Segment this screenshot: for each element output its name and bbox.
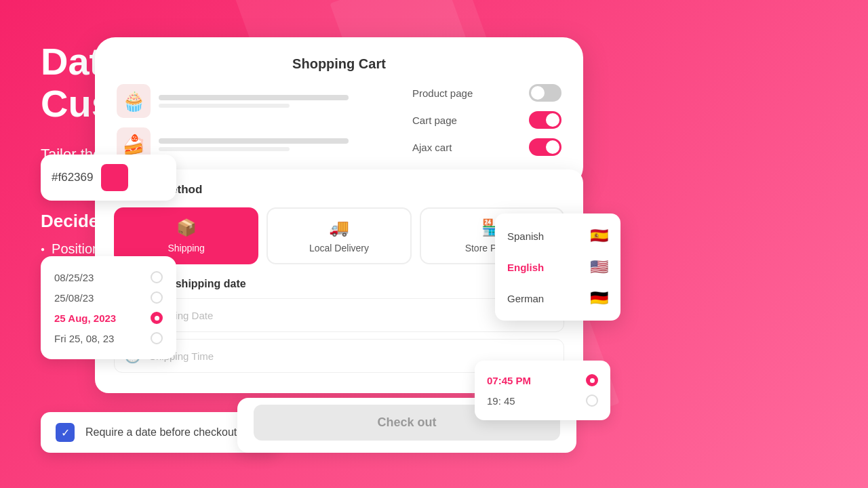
toggle-label-ajax: Ajax cart (412, 142, 452, 153)
cart-item-1-lines (159, 95, 396, 108)
cart-item-2-lines (159, 138, 396, 151)
lang-name-spanish: Spanish (507, 230, 544, 242)
toggle-label-product: Product page (412, 87, 473, 99)
lang-name-german: German (507, 293, 544, 304)
color-hex-value[interactable]: #f62369 (52, 171, 93, 184)
local-delivery-icon: 🚚 (329, 218, 349, 237)
color-swatch[interactable] (101, 164, 128, 191)
radio-0[interactable] (151, 271, 163, 283)
date-format-value-2: 25 Aug, 2023 (54, 312, 116, 324)
date-format-value-0: 08/25/23 (54, 272, 94, 283)
method-btn-local-delivery-label: Local Delivery (309, 243, 369, 253)
date-format-value-1: 25/08/23 (54, 292, 94, 304)
line-thick-2 (159, 138, 349, 144)
lang-name-english: English (507, 262, 544, 273)
cart-item-1-img: 🧁 (117, 84, 151, 118)
date-format-item-2[interactable]: 25 Aug, 2023 (54, 308, 163, 328)
toggle-ajax-cart[interactable] (529, 138, 561, 156)
radio-3[interactable] (151, 332, 163, 344)
cart-item-1: 🧁 (117, 84, 396, 118)
date-format-item-3[interactable]: Fri 25, 08, 23 (54, 328, 163, 348)
time-value-0: 07:45 PM (487, 375, 531, 386)
method-btn-local-delivery[interactable]: 🚚 Local Delivery (267, 207, 411, 264)
line-thin-2 (159, 147, 290, 151)
flag-english: 🇺🇸 (590, 258, 608, 276)
require-date-checkbox[interactable]: ✓ (56, 423, 75, 442)
lang-item-german[interactable]: German 🇩🇪 (495, 283, 620, 314)
line-thick (159, 95, 349, 100)
shipping-icon: 📦 (176, 218, 197, 237)
date-format-value-3: Fri 25, 08, 23 (54, 333, 114, 344)
radio-2[interactable] (151, 312, 163, 324)
color-picker-card: #f62369 (41, 155, 176, 201)
time-format-card: 07:45 PM 19: 45 (475, 361, 610, 420)
cart-title: Shopping Cart (117, 56, 561, 72)
require-date-text: Require a date before checkout (85, 426, 237, 439)
flag-german: 🇩🇪 (590, 289, 608, 307)
toggle-options: Product page Cart page Ajax cart (412, 84, 561, 171)
date-format-item-0[interactable]: 08/25/23 (54, 267, 163, 287)
time-item-0[interactable]: 07:45 PM (487, 370, 598, 390)
lang-item-spanish[interactable]: Spanish 🇪🇸 (495, 220, 620, 251)
time-radio-0[interactable] (586, 374, 598, 386)
method-btn-shipping-label: Shipping (167, 243, 205, 253)
time-radio-1[interactable] (586, 394, 598, 407)
time-item-1[interactable]: 19: 45 (487, 390, 598, 411)
toggle-row-product: Product page (412, 84, 561, 102)
language-dropdown: Spanish 🇪🇸 English 🇺🇸 German 🇩🇪 (495, 214, 620, 321)
toggle-row-ajax: Ajax cart (412, 138, 561, 156)
date-format-card: 08/25/23 25/08/23 25 Aug, 2023 Fri 25, 0… (41, 256, 176, 359)
toggle-row-cart: Cart page (412, 111, 561, 129)
toggle-label-cart: Cart page (412, 115, 457, 126)
time-value-1: 19: 45 (487, 395, 515, 407)
toggle-cart-page[interactable] (529, 111, 561, 129)
radio-1[interactable] (151, 291, 163, 304)
method-title: Select a method (114, 183, 564, 197)
toggle-product-page[interactable] (529, 84, 561, 102)
line-thin (159, 104, 290, 108)
flag-spanish: 🇪🇸 (590, 227, 608, 245)
date-format-item-1[interactable]: 25/08/23 (54, 287, 163, 308)
lang-item-english[interactable]: English 🇺🇸 (495, 251, 620, 283)
